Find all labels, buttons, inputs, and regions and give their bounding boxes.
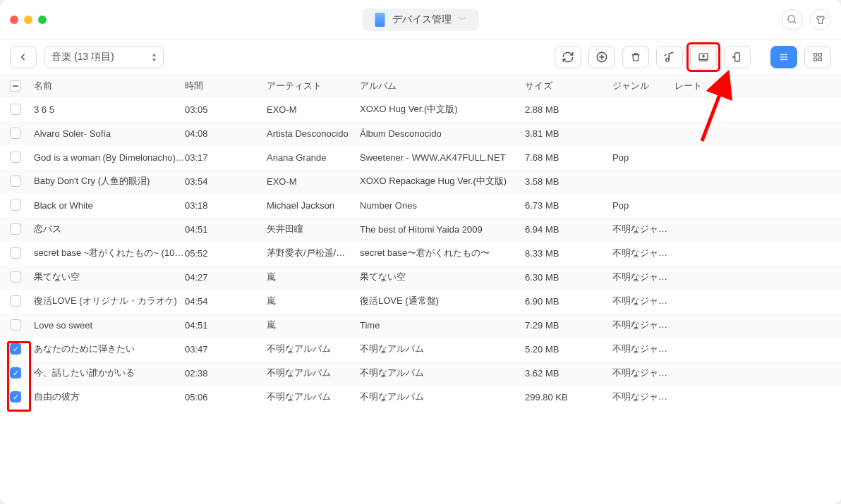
col-size-header[interactable]: サイズ bbox=[525, 80, 612, 92]
col-name-header[interactable]: 名前 bbox=[31, 80, 185, 92]
svg-rect-16 bbox=[818, 58, 821, 61]
row-checkbox[interactable] bbox=[10, 271, 21, 283]
titlebar: デバイス管理 ﹀ bbox=[0, 0, 841, 39]
col-rate-header[interactable]: レート bbox=[674, 80, 724, 92]
cell-size: 2.88 MB bbox=[525, 104, 612, 115]
table-row[interactable]: Love so sweet04:51嵐Time7.29 MB不明なジャ… bbox=[0, 313, 841, 337]
category-select[interactable]: 音楽 (13 項目) ▴▾ bbox=[44, 46, 164, 68]
cell-album: 不明なアルバム bbox=[360, 343, 525, 355]
shirt-icon-button[interactable] bbox=[810, 9, 831, 30]
table-row[interactable]: Alvaro Soler- Sofía04:08Artista Desconoc… bbox=[0, 121, 841, 145]
row-checkbox[interactable] bbox=[10, 104, 21, 115]
table-row[interactable]: ✓自由の彼方05:06不明なアルバム不明なアルバム299.80 KB不明なジャ… bbox=[0, 385, 841, 409]
select-arrows-icon: ▴▾ bbox=[152, 51, 156, 63]
app-window: デバイス管理 ﹀ 音楽 (13 項目) ▴▾ bbox=[0, 0, 841, 504]
table-row[interactable]: ✓あなたのために弾きたい03:47不明なアルバム不明なアルバム5.20 MB不明… bbox=[0, 337, 841, 361]
cell-album: The best of Hitomi Yaida 2009 bbox=[360, 224, 525, 235]
maximize-window-button[interactable] bbox=[38, 16, 47, 24]
cell-name: Love so sweet bbox=[31, 320, 185, 331]
cell-time: 03:54 bbox=[185, 176, 267, 187]
cell-time: 03:17 bbox=[185, 152, 267, 163]
delete-button[interactable] bbox=[622, 46, 649, 68]
cell-name: 3 6 5 bbox=[31, 104, 185, 115]
cell-genre: 不明なジャ… bbox=[612, 247, 674, 259]
cell-artist: Ariana Grande bbox=[267, 152, 360, 163]
col-album-header[interactable]: アルバム bbox=[360, 80, 525, 92]
cell-time: 05:52 bbox=[185, 248, 267, 259]
col-time-header[interactable]: 時間 bbox=[185, 80, 267, 92]
cell-size: 3.81 MB bbox=[525, 128, 612, 139]
add-button[interactable] bbox=[588, 46, 615, 68]
chevron-down-icon: ﹀ bbox=[459, 14, 466, 25]
cell-album: Time bbox=[360, 320, 525, 331]
cell-album: 復活LOVE (通常盤) bbox=[360, 295, 525, 307]
cell-genre: Pop bbox=[612, 200, 674, 211]
table-row[interactable]: Black or White03:18Michael JacksonNumber… bbox=[0, 193, 841, 217]
col-genre-header[interactable]: ジャンル bbox=[612, 80, 674, 92]
cell-album: secret base〜君がくれたもの〜 bbox=[360, 247, 525, 259]
traffic-lights bbox=[10, 16, 47, 24]
row-checkbox[interactable] bbox=[10, 223, 21, 235]
table-row[interactable]: God is a woman (By Dimelonacho) (W…03:17… bbox=[0, 145, 841, 169]
back-button[interactable] bbox=[10, 46, 37, 68]
cell-album: 果てない空 bbox=[360, 271, 525, 283]
minimize-window-button[interactable] bbox=[24, 16, 32, 24]
cell-size: 6.94 MB bbox=[525, 224, 612, 235]
cell-album: XOXO Hug Ver.(中文版) bbox=[360, 103, 525, 116]
to-mac-button[interactable] bbox=[690, 46, 717, 68]
cell-time: 04:54 bbox=[185, 296, 267, 307]
row-checkbox[interactable] bbox=[10, 319, 21, 331]
cell-album: 不明なアルバム bbox=[360, 367, 525, 379]
close-window-button[interactable] bbox=[10, 16, 18, 24]
row-checkbox[interactable] bbox=[10, 295, 21, 307]
col-artist-header[interactable]: アーティスト bbox=[267, 80, 360, 92]
cell-artist: 嵐 bbox=[267, 295, 360, 307]
row-checkbox[interactable] bbox=[10, 176, 21, 187]
table-row[interactable]: 復活LOVE (オリジナル・カラオケ)04:54嵐復活LOVE (通常盤)6.9… bbox=[0, 289, 841, 313]
table-row[interactable]: 果てない空04:27嵐果てない空6.30 MB不明なジャ… bbox=[0, 265, 841, 289]
cell-genre: 不明なジャ… bbox=[612, 367, 674, 379]
row-checkbox[interactable]: ✓ bbox=[10, 343, 21, 355]
cell-album: Sweetener - WWW.AK47FULL.NET bbox=[360, 152, 525, 163]
to-itunes-button[interactable] bbox=[656, 46, 683, 68]
cell-time: 04:08 bbox=[185, 128, 267, 139]
cell-size: 3.62 MB bbox=[525, 368, 612, 379]
cell-album: XOXO Repackage Hug Ver.(中文版) bbox=[360, 175, 525, 188]
cell-time: 03:05 bbox=[185, 104, 267, 115]
to-device-button[interactable] bbox=[724, 46, 751, 68]
cell-genre: Pop bbox=[612, 152, 674, 163]
cell-time: 04:51 bbox=[185, 320, 267, 331]
phone-icon bbox=[375, 13, 385, 27]
table-row[interactable]: ✓今、話したい誰かがいる02:38不明なアルバム不明なアルバム3.62 MB不明… bbox=[0, 361, 841, 385]
toolbar: 音楽 (13 項目) ▴▾ bbox=[0, 39, 841, 75]
search-button[interactable] bbox=[782, 9, 803, 30]
cell-time: 05:06 bbox=[185, 392, 267, 402]
row-checkbox[interactable] bbox=[10, 152, 21, 163]
svg-point-0 bbox=[788, 16, 794, 22]
svg-line-1 bbox=[794, 21, 796, 23]
cell-name: 今、話したい誰かがいる bbox=[31, 367, 185, 379]
cell-artist: 不明なアルバム bbox=[267, 391, 360, 403]
row-checkbox[interactable] bbox=[10, 128, 21, 139]
row-checkbox[interactable] bbox=[10, 247, 21, 259]
list-view-button[interactable] bbox=[770, 46, 797, 68]
table-row[interactable]: 3 6 503:05EXO-MXOXO Hug Ver.(中文版)2.88 MB bbox=[0, 97, 841, 121]
device-manager-dropdown[interactable]: デバイス管理 ﹀ bbox=[363, 8, 479, 31]
cell-genre: 不明なジャ… bbox=[612, 319, 674, 331]
select-all-checkbox[interactable] bbox=[10, 80, 21, 92]
table-row[interactable]: 恋バス04:51矢井田瞳The best of Hitomi Yaida 200… bbox=[0, 217, 841, 241]
row-checkbox[interactable] bbox=[10, 199, 21, 211]
cell-name: Alvaro Soler- Sofía bbox=[31, 128, 185, 139]
title-label: デバイス管理 bbox=[392, 13, 452, 26]
svg-rect-14 bbox=[818, 54, 821, 56]
row-checkbox[interactable]: ✓ bbox=[10, 367, 21, 379]
refresh-button[interactable] bbox=[555, 46, 581, 68]
cell-name: 果てない空 bbox=[31, 271, 185, 283]
table-row[interactable]: Baby Don't Cry (人鱼的眼泪)03:54EXO-MXOXO Rep… bbox=[0, 169, 841, 193]
cell-size: 6.90 MB bbox=[525, 296, 612, 307]
grid-view-button[interactable] bbox=[804, 46, 831, 68]
cell-artist: EXO-M bbox=[267, 176, 360, 187]
cell-artist: 嵐 bbox=[267, 271, 360, 283]
row-checkbox[interactable]: ✓ bbox=[10, 391, 21, 402]
table-row[interactable]: secret base ~君がくれたもの~ (10 y…05:52茅野愛衣/戸松… bbox=[0, 241, 841, 265]
